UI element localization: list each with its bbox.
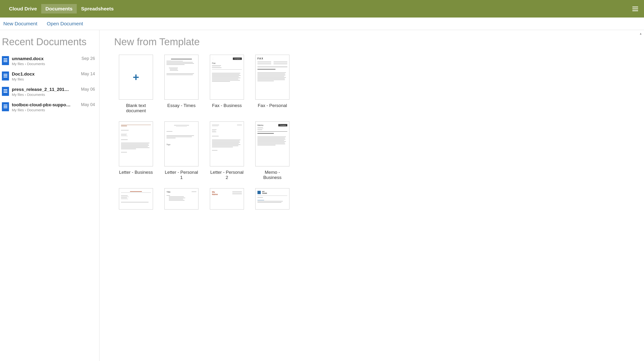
recent-item[interactable]: Doc1.docx My files May 14 [2,70,96,85]
template-thumb: MY NAME [255,188,290,210]
recent-item-name: toolbox-cloud-pbx-supported-d… [12,102,71,107]
title-heading: Title [166,191,170,193]
template-letter-business[interactable]: Letter - Business [119,121,153,180]
template-panel: ▲ New from Template + Blank text documen… [100,30,644,361]
company-chip: Company [278,124,287,126]
template-panel-title: New from Template [114,36,634,47]
recent-item-date: May 04 [81,102,96,107]
recent-item-path: My files [12,77,78,81]
template-blank[interactable]: + Blank text document [119,55,153,113]
template-grid: + Blank text document [114,55,634,210]
fax-heading: FAX [258,57,287,60]
recent-item-date: May 14 [81,71,96,76]
menu-icon[interactable] [631,5,639,12]
template-extra-1[interactable] [119,188,153,210]
template-memo-business[interactable]: Memo Company Me [255,121,290,180]
template-fax-personal[interactable]: FAX Fax - Personal [255,55,290,113]
template-label: Blank text document [119,103,153,113]
recent-item-name: press_release_2_11_2016.docx [12,87,71,92]
template-thumb: Memo Company [255,121,290,166]
plus-icon: + [133,72,139,83]
template-thumb [119,121,153,166]
template-fax-business[interactable]: · · ·· · · Company Fax [210,55,244,113]
recent-item-date: Sep 26 [82,56,96,61]
template-thumb: FAX [255,55,290,100]
template-thumb: · · ·· · · Company Fax [210,55,244,100]
template-thumb: + [119,55,153,100]
recent-item-date: May 06 [81,87,96,92]
fax-heading: Fax [212,62,242,64]
memo-heading: Memo [258,124,264,126]
document-icon [2,87,9,96]
recent-documents-title: Recent Documents [2,36,96,47]
document-icon [2,102,9,111]
myname-heading: My Name [212,191,218,196]
header-tabs: Cloud Drive Documents Spreadsheets [5,4,118,13]
company-chip: Company [233,57,242,60]
template-thumb: My Name [210,188,244,210]
recent-item-path: My files › Documents [12,108,78,112]
template-essay-times[interactable]: Essay - Times [164,55,198,113]
template-extra-3[interactable]: My Name [210,188,244,210]
recent-item-path: My files › Documents [12,62,79,66]
tab-documents[interactable]: Documents [41,4,77,13]
recent-documents-panel: Recent Documents unnamed.docx My files ›… [0,30,100,361]
recent-item-name: Doc1.docx [12,71,71,77]
template-extra-4[interactable]: MY NAME [255,188,290,210]
recent-item-path: My files › Documents [12,92,78,97]
template-extra-2[interactable]: Title [164,188,198,210]
main-area: Recent Documents unnamed.docx My files ›… [0,30,644,361]
template-label: Essay - Times [164,103,198,108]
recent-item[interactable]: toolbox-cloud-pbx-supported-d… My files … [2,101,96,116]
document-icon [2,71,9,80]
tab-spreadsheets[interactable]: Spreadsheets [77,4,118,13]
recent-item[interactable]: press_release_2_11_2016.docx My files › … [2,85,96,101]
template-label: Fax - Business [210,103,244,108]
myname-heading: MY NAME [262,191,267,194]
template-label: Memo - Business [255,170,290,180]
document-icon [2,56,9,65]
template-letter-personal-1[interactable]: Sign Letter - Personal 1 [164,121,198,180]
template-thumb [164,55,198,100]
scroll-up-icon[interactable]: ▲ [639,32,642,35]
template-thumb: Title [164,188,198,210]
app-header: Cloud Drive Documents Spreadsheets [0,0,644,17]
template-thumb: Sign [164,121,198,166]
open-document-link[interactable]: Open Document [47,21,83,26]
sub-toolbar: New Document Open Document [0,17,644,30]
template-label: Letter - Personal 2 [210,170,244,180]
template-thumb [119,188,153,210]
template-label: Letter - Business [119,170,153,175]
new-document-link[interactable]: New Document [3,21,38,26]
template-letter-personal-2[interactable]: Letter - Personal 2 [210,121,244,180]
recent-item-name: unnamed.docx [12,56,71,61]
template-thumb [210,121,244,166]
template-label: Letter - Personal 1 [164,170,198,180]
recent-item[interactable]: unnamed.docx My files › Documents Sep 26 [2,55,96,70]
tab-cloud-drive[interactable]: Cloud Drive [5,4,41,13]
template-label: Fax - Personal [255,103,290,108]
